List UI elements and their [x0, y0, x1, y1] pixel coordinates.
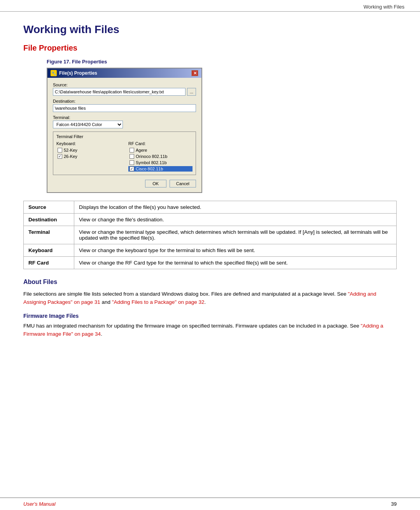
about-files-link2[interactable]: "Adding Files to a Package" on page 32	[112, 299, 205, 305]
table-key-destination: Destination	[24, 214, 74, 226]
table-value-source: Displays the location of the file(s) you…	[74, 201, 397, 214]
dialog-container: 🔧 File(s) Properties ✕ Source: ... Desti…	[47, 68, 202, 193]
terminal-row: Falcon 4410/4420 Color	[53, 121, 196, 128]
destination-label: Destination:	[53, 99, 196, 103]
keyboard-26key-item[interactable]: 26-Key	[56, 154, 121, 159]
rfcard-agere-label: Agere	[136, 148, 147, 152]
rfcard-orinoco-label: Orinoco 802.11b	[136, 154, 167, 159]
about-files-title: About Files	[23, 279, 397, 286]
dialog-body: Source: ... Destination: Terminal: Falco…	[47, 78, 201, 192]
terminal-label: Terminal:	[53, 115, 196, 120]
rfcard-column-title: RF Card:	[128, 141, 192, 146]
footer-right: 39	[391, 501, 397, 507]
ok-button[interactable]: OK	[145, 180, 166, 188]
source-row: ...	[53, 88, 196, 96]
footer: User's Manual 39	[0, 498, 420, 510]
section-title: File Properties	[23, 44, 397, 53]
dialog-buttons: OK Cancel	[53, 180, 196, 188]
about-files-body1: File selections are simple file lists se…	[23, 290, 397, 307]
table-value-terminal: View or change the terminal type specifi…	[74, 226, 397, 244]
header-title: Working with Files	[364, 4, 404, 10]
table-row-destination: Destination View or change the file's de…	[24, 214, 397, 226]
keyboard-52key-checkbox[interactable]	[58, 148, 62, 152]
filter-columns: Keyboard: 52-Key 26-Key	[56, 141, 192, 172]
cancel-button[interactable]: Cancel	[170, 180, 196, 188]
about-files-body1-part1: File selections are simple file lists se…	[23, 291, 348, 297]
page-title: Working with Files	[23, 23, 397, 36]
dialog-titlebar-left: 🔧 File(s) Properties	[51, 70, 97, 76]
source-input[interactable]	[53, 88, 186, 96]
about-files-body1-part3: .	[204, 299, 206, 305]
rfcard-agere-checkbox[interactable]	[130, 148, 134, 152]
dialog-title-icon: 🔧	[51, 70, 57, 76]
firmware-image-body: FMU has an integrated mechanism for upda…	[23, 322, 397, 338]
dialog-titlebar: 🔧 File(s) Properties ✕	[47, 68, 201, 78]
terminal-filter-group: Terminal Filter Keyboard: 52-Key 26-K	[53, 131, 196, 175]
rfcard-orinoco-item[interactable]: Orinoco 802.11b	[128, 154, 192, 159]
main-content: Working with Files File Properties Figur…	[0, 12, 420, 368]
table-key-terminal: Terminal	[24, 226, 74, 244]
dialog-title-text: File(s) Properties	[59, 70, 97, 76]
terminal-select[interactable]: Falcon 4410/4420 Color	[53, 121, 123, 128]
table-value-destination: View or change the file's destination.	[74, 214, 397, 226]
firmware-image-title: Firmware Image Files	[23, 313, 397, 319]
keyboard-52key-item[interactable]: 52-Key	[56, 147, 121, 153]
about-files-body1-part2: and	[100, 299, 112, 305]
dialog-box: 🔧 File(s) Properties ✕ Source: ... Desti…	[47, 68, 202, 193]
source-label: Source:	[53, 82, 196, 87]
table-key-source: Source	[24, 201, 74, 214]
terminal-filter-legend: Terminal Filter	[56, 134, 192, 139]
firmware-body-part1: FMU has an integrated mechanism for upda…	[23, 323, 360, 329]
table-value-rfcard: View or change the RF Card type for the …	[74, 257, 397, 269]
rfcard-column: RF Card: Agere Orinoco 802.11b	[128, 141, 192, 172]
rfcard-cisco-item[interactable]: Cisco 802.11b	[128, 166, 192, 172]
table-value-keyboard: View or change the keyboard type for the…	[74, 244, 397, 257]
keyboard-column: Keyboard: 52-Key 26-Key	[56, 141, 121, 172]
table-key-keyboard: Keyboard	[24, 244, 74, 257]
table-row-source: Source Displays the location of the file…	[24, 201, 397, 214]
table-row-keyboard: Keyboard View or change the keyboard typ…	[24, 244, 397, 257]
source-browse-button[interactable]: ...	[187, 88, 196, 96]
keyboard-26key-checkbox[interactable]	[58, 154, 62, 159]
firmware-body-part2: .	[101, 331, 102, 337]
figure-caption: Figure 17. File Properties	[47, 59, 397, 65]
dialog-close-button[interactable]: ✕	[191, 70, 198, 76]
rfcard-agere-item[interactable]: Agere	[128, 147, 192, 153]
properties-table: Source Displays the location of the file…	[23, 201, 397, 269]
destination-input[interactable]	[53, 104, 196, 112]
rfcard-symbol-label: Symbol 802.11b	[136, 160, 167, 165]
keyboard-26key-label: 26-Key	[64, 154, 77, 159]
footer-left: User's Manual	[23, 501, 56, 507]
table-key-rfcard: RF Card	[24, 257, 74, 269]
rfcard-cisco-label: Cisco 802.11b	[136, 166, 163, 171]
table-row-rfcard: RF Card View or change the RF Card type …	[24, 257, 397, 269]
rfcard-orinoco-checkbox[interactable]	[130, 154, 134, 159]
rfcard-cisco-checkbox[interactable]	[130, 166, 134, 171]
keyboard-52key-label: 52-Key	[64, 148, 77, 152]
rfcard-symbol-item[interactable]: Symbol 802.11b	[128, 160, 192, 165]
rfcard-symbol-checkbox[interactable]	[130, 160, 134, 165]
table-row-terminal: Terminal View or change the terminal typ…	[24, 226, 397, 244]
header-bar: Working with Files	[0, 0, 420, 12]
keyboard-column-title: Keyboard:	[56, 141, 121, 146]
